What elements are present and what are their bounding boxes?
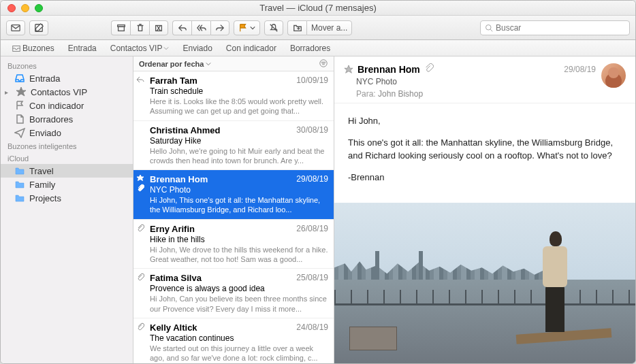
message-date: 26/08/19 xyxy=(296,224,328,234)
envelope-icon xyxy=(11,23,20,33)
filter-icon xyxy=(319,59,328,68)
forward-icon xyxy=(215,23,225,33)
message-sender: Fatima Silva xyxy=(150,273,202,283)
search-input[interactable] xyxy=(496,23,625,33)
sidebar-header-smart: Buzones inteligentes xyxy=(1,139,133,152)
message-row[interactable]: Erny Arifin26/08/19Hike in the hillsHi J… xyxy=(133,220,334,269)
delete-button[interactable] xyxy=(130,20,149,35)
message-subject: Saturday Hike xyxy=(150,136,328,146)
viewer-from: Brennan Hom xyxy=(357,64,420,75)
message-row[interactable]: Farrah Tam10/09/19Train scheduleHere it … xyxy=(133,71,334,121)
reply-all-icon xyxy=(197,23,206,33)
chevron-down-icon xyxy=(163,46,169,51)
viewer-subject: NYC Photo xyxy=(356,77,626,86)
bell-off-icon xyxy=(269,23,279,33)
folder-icon xyxy=(14,165,25,176)
fav-enviado[interactable]: Enviado xyxy=(176,44,219,53)
get-mail-button[interactable] xyxy=(6,20,25,35)
message-subject: NYC Photo xyxy=(150,185,328,195)
message-row[interactable]: Brennan Hom29/08/19NYC PhotoHi John, Thi… xyxy=(133,170,334,220)
trash-icon xyxy=(136,23,145,33)
search-field[interactable] xyxy=(480,20,630,35)
attachment-icon xyxy=(136,322,144,331)
sidebar-header-icloud: iCloud xyxy=(1,152,133,164)
body-signature: -Brennan xyxy=(348,171,622,184)
sidebar-folder-travel[interactable]: Travel xyxy=(1,164,133,178)
message-date: 24/08/19 xyxy=(296,322,328,333)
message-date: 10/09/19 xyxy=(296,76,328,86)
sidebar-folder-projects[interactable]: Projects xyxy=(1,191,133,205)
message-preview: Hi John, This one's got it all: the Manh… xyxy=(150,195,328,215)
body-main: This one's got it all: the Manhattan sky… xyxy=(348,136,622,163)
paper-plane-icon xyxy=(14,127,25,138)
filter-button[interactable] xyxy=(319,59,328,69)
sidebar-item-entrada[interactable]: Entrada xyxy=(1,71,133,85)
message-subject: Hike in the hills xyxy=(150,235,328,244)
reply-all-button[interactable] xyxy=(191,20,210,35)
svg-point-5 xyxy=(486,24,492,30)
folder-icon xyxy=(14,179,25,190)
viewer-body: Hi John, This one's got it all: the Manh… xyxy=(334,103,635,203)
message-indicators xyxy=(136,174,144,192)
sidebar-item-con-indicador[interactable]: Con indicador xyxy=(1,99,133,112)
message-indicators xyxy=(136,76,144,84)
junk-button[interactable] xyxy=(149,20,168,35)
message-list: Ordenar por fecha Farrah Tam10/09/19Trai… xyxy=(133,56,334,363)
star-icon[interactable] xyxy=(344,65,353,74)
sort-dropdown[interactable]: Ordenar por fecha xyxy=(139,60,211,68)
titlebar: Travel — iCloud (7 mensajes) xyxy=(1,1,635,16)
avatar xyxy=(601,63,626,88)
mute-button[interactable] xyxy=(264,20,283,35)
svg-rect-0 xyxy=(12,24,20,31)
reply-button[interactable] xyxy=(172,20,191,35)
window-title: Travel — iCloud (7 mensajes) xyxy=(1,3,635,13)
sidebar-item-enviado[interactable]: Enviado xyxy=(1,126,133,139)
message-preview: Here it is. Looks like the 8:05 would wo… xyxy=(150,97,328,116)
star-icon xyxy=(136,174,144,182)
message-row[interactable]: Fatima Silva25/08/19Provence is always a… xyxy=(133,269,334,318)
archive-icon xyxy=(116,23,126,33)
message-date: 29/08/19 xyxy=(296,174,328,184)
message-sender: Farrah Tam xyxy=(150,76,197,86)
chevron-down-icon xyxy=(206,61,211,67)
forward-button[interactable] xyxy=(210,20,229,35)
folder-icon xyxy=(14,193,25,203)
viewer-header: Brennan Hom 29/08/19 NYC Photo Para: Joh… xyxy=(334,56,635,103)
mailboxes-toggle[interactable]: Buzones xyxy=(5,44,61,53)
message-row[interactable]: Christina Ahmed30/08/19Saturday HikeHell… xyxy=(133,121,334,171)
message-date: 30/08/19 xyxy=(296,125,328,135)
attachment-icon xyxy=(136,224,144,232)
zoom-window-button[interactable] xyxy=(35,4,43,12)
flag-button[interactable] xyxy=(234,20,260,35)
message-indicators xyxy=(136,322,144,331)
disclosure-triangle-icon[interactable]: ▸ xyxy=(5,88,12,96)
minimize-window-button[interactable] xyxy=(21,4,29,12)
compose-button[interactable] xyxy=(29,20,48,35)
fav-entrada[interactable]: Entrada xyxy=(61,44,104,53)
message-preview: Hi John, Can you believe its been three … xyxy=(150,294,328,314)
close-window-button[interactable] xyxy=(7,4,16,12)
message-sender: Erny Arifin xyxy=(150,224,195,234)
move-to-dropdown[interactable]: Mover a... xyxy=(306,20,352,35)
message-preview: Hi John, We drove to the hills this week… xyxy=(150,245,328,265)
sidebar-folder-family[interactable]: Family xyxy=(1,178,133,191)
message-list-header: Ordenar por fecha xyxy=(133,56,334,71)
sidebar-item-vip[interactable]: ▸ Contactos VIP xyxy=(1,85,133,99)
message-row[interactable]: Kelly Altick24/08/19The vacation continu… xyxy=(133,318,334,363)
message-indicators xyxy=(136,224,144,232)
move-to-group: Mover a... xyxy=(287,20,352,35)
message-subject: Train schedule xyxy=(150,86,328,96)
document-icon xyxy=(14,114,25,125)
message-preview: Hello John, we're going to hit Muir earl… xyxy=(150,146,328,166)
fav-contactos-vip[interactable]: Contactos VIP xyxy=(104,44,176,53)
message-sender: Brennan Hom xyxy=(150,174,208,184)
message-sender: Christina Ahmed xyxy=(150,125,221,135)
attachment-image[interactable] xyxy=(334,203,635,363)
archive-button[interactable] xyxy=(111,20,130,35)
sidebar-item-borradores[interactable]: Borradores xyxy=(1,112,133,126)
fav-con-indicador[interactable]: Con indicador xyxy=(219,44,283,53)
fav-borradores[interactable]: Borradores xyxy=(283,44,337,53)
move-to-folder-button[interactable] xyxy=(287,20,306,35)
archive-group xyxy=(111,20,168,35)
folder-move-icon xyxy=(293,23,302,33)
